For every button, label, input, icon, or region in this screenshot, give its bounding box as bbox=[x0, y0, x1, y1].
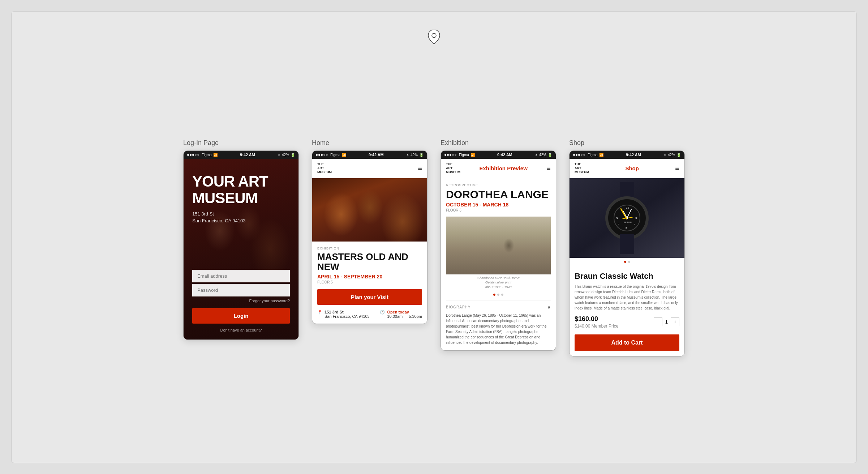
exhibition-screen-wrapper: Exhibition Figma 📶 bbox=[441, 139, 556, 351]
shop-status-time: 9:42 AM bbox=[626, 153, 641, 157]
shop-network: Figma bbox=[588, 153, 598, 157]
hours-value: 10:00am — 5:30pm bbox=[387, 314, 422, 319]
shop-image-dots bbox=[570, 261, 684, 263]
signal-dot-4 bbox=[195, 154, 197, 156]
home-wifi-icon: 📶 bbox=[342, 153, 346, 157]
login-form: Forgot your password? Login Don't have a… bbox=[192, 270, 290, 332]
quantity-increase-button[interactable]: + bbox=[671, 317, 679, 326]
product-price: $160.00 bbox=[575, 315, 618, 323]
email-input[interactable] bbox=[192, 270, 290, 282]
product-description: This Braun watch is a reissue of the ori… bbox=[575, 284, 679, 311]
carousel-dots bbox=[446, 294, 551, 296]
artist-dates: OCTOBER 15 - MARCH 18 bbox=[446, 202, 551, 208]
home-status-bar: Figma 📶 9:42 AM ✴ 42% 🔋 bbox=[312, 151, 427, 159]
exhibition-label: Exhibition bbox=[441, 139, 469, 147]
price-row: $160.00 $140.00 Member Price − 1 + bbox=[575, 315, 679, 333]
home-exhibit-floor: FLOOR 5 bbox=[317, 280, 422, 284]
watch-strap-bottom bbox=[620, 234, 634, 254]
exhib-status-time: 9:42 AM bbox=[497, 153, 512, 157]
artwork-caption: 'Abandoned Dust Bowl Home'Gelatin silver… bbox=[446, 276, 551, 290]
exhib-logo: THE ART MUSEUM bbox=[446, 162, 460, 174]
bio-label: BIOGRAPHY bbox=[446, 305, 470, 309]
login-form-area: YOUR ART MUSEUM 151 3rd St San Francisco… bbox=[184, 159, 298, 340]
exhib-menu-icon[interactable]: ≡ bbox=[546, 164, 551, 172]
home-hero-image bbox=[312, 178, 427, 242]
forgot-password-link[interactable]: Forgot your password? bbox=[192, 299, 290, 303]
login-label: Log-In Page bbox=[183, 139, 219, 147]
shop-body: Braun Classic Watch This Braun watch is … bbox=[570, 266, 684, 356]
signal-dot-1 bbox=[187, 154, 189, 156]
password-input[interactable] bbox=[192, 284, 290, 296]
home-exhibit-title: MASTERS OLD AND NEW bbox=[317, 252, 422, 272]
home-label: Home bbox=[312, 139, 329, 147]
svg-text:3: 3 bbox=[635, 217, 637, 220]
signal-dot-3 bbox=[192, 154, 194, 156]
dot-2 bbox=[497, 294, 499, 296]
exhib-network: Figma bbox=[459, 153, 469, 157]
watch-image: 12 3 6 9 11 1 5 7 bbox=[570, 178, 684, 258]
login-screen-wrapper: Log-In Page Figma 📶 bbox=[183, 139, 299, 340]
home-screen-wrapper: Home Figma 📶 9:42 bbox=[312, 139, 427, 324]
clock-icon: 🕐 bbox=[380, 310, 385, 315]
svg-text:9: 9 bbox=[616, 217, 618, 220]
visit-address-line1: 151 3rd St bbox=[325, 310, 370, 314]
shop-page-title: Shop bbox=[625, 165, 639, 171]
home-status-time: 9:42 AM bbox=[369, 153, 384, 157]
address-icon: 📍 bbox=[317, 310, 322, 315]
product-title: Braun Classic Watch bbox=[575, 272, 679, 281]
quantity-decrease-button[interactable]: − bbox=[654, 317, 662, 326]
artist-floor: FLOOR 3 bbox=[446, 208, 551, 212]
home-logo: THE ART MUSEUM bbox=[317, 162, 332, 174]
bio-expand-icon[interactable]: ∨ bbox=[547, 304, 551, 310]
login-button[interactable]: Login bbox=[192, 308, 290, 324]
home-exhibit-label: EXHIBITION bbox=[317, 247, 422, 250]
no-account-text: Don't have an account? bbox=[192, 328, 290, 332]
signal-dot-2 bbox=[190, 154, 192, 156]
hours-info: 🕐 Open today 10:00am — 5:30pm bbox=[380, 310, 422, 319]
dot-1 bbox=[493, 294, 495, 296]
screens-container: Log-In Page Figma 📶 bbox=[183, 118, 685, 356]
shop-label: Shop bbox=[569, 139, 584, 147]
visit-info: 📍 151 3rd St San Francisco, CA 94103 🕐 O… bbox=[317, 310, 422, 319]
plan-visit-button[interactable]: Plan your Visit bbox=[317, 289, 422, 305]
visit-address-line2: San Francisco, CA 94103 bbox=[325, 314, 370, 319]
exhib-status-bar: Figma 📶 9:42 AM ✴ 42% 🔋 bbox=[441, 151, 556, 159]
shop-logo: THE ART MUSEUM bbox=[575, 162, 589, 174]
museum-title: YOUR ART MUSEUM bbox=[192, 173, 290, 206]
retro-label: RETROSPECTIVE bbox=[446, 183, 551, 187]
login-status-bar: Figma 📶 9:42 AM ✴ 42% 🔋 bbox=[184, 151, 298, 159]
shop-screen-wrapper: Shop Figma 📶 9:42 bbox=[569, 139, 685, 356]
svg-text:11: 11 bbox=[622, 208, 625, 210]
login-top: YOUR ART MUSEUM 151 3rd St San Francisco… bbox=[192, 173, 290, 224]
artwork-image bbox=[446, 217, 551, 274]
quantity-controls: − 1 + bbox=[654, 317, 679, 326]
home-menu-icon[interactable]: ≡ bbox=[418, 164, 422, 172]
home-phone: Figma 📶 9:42 AM ✴ 42% 🔋 THE ART M bbox=[312, 150, 427, 324]
quantity-value: 1 bbox=[665, 319, 668, 325]
address-info: 📍 151 3rd St San Francisco, CA 94103 bbox=[317, 310, 370, 319]
biography-section: BIOGRAPHY ∨ Dorothea Lange (May 26, 1895… bbox=[446, 300, 551, 345]
shop-dot-2 bbox=[628, 261, 630, 263]
dot-3 bbox=[501, 294, 503, 296]
artwork-photo-bg bbox=[446, 217, 551, 274]
svg-text:12: 12 bbox=[626, 206, 629, 209]
login-content-area: YOUR ART MUSEUM 151 3rd St San Francisco… bbox=[184, 159, 298, 340]
wifi-icon: 📶 bbox=[213, 153, 218, 157]
login-phone: Figma 📶 9:42 AM ✴ 42% 🔋 bbox=[183, 150, 299, 340]
bio-header: BIOGRAPHY ∨ bbox=[446, 304, 551, 310]
bio-text: Dorothea Lange (May 26, 1895 - October 1… bbox=[446, 313, 551, 345]
network-label: Figma bbox=[202, 153, 212, 157]
artist-name: DOROTHEA LANGE bbox=[446, 188, 551, 200]
shop-menu-icon[interactable]: ≡ bbox=[675, 164, 679, 172]
shop-phone: Figma 📶 9:42 AM ✴ 42% 🔋 THE ART M bbox=[569, 150, 685, 356]
home-body: EXHIBITION MASTERS OLD AND NEW APRIL 15 … bbox=[312, 242, 427, 324]
shop-status-bar: Figma 📶 9:42 AM ✴ 42% 🔋 bbox=[570, 151, 684, 159]
add-to-cart-button[interactable]: Add to Cart bbox=[575, 334, 679, 351]
status-time: 9:42 AM bbox=[240, 153, 255, 157]
museum-address: 151 3rd St San Francisco, CA 94103 bbox=[192, 210, 290, 225]
shop-dot-1 bbox=[624, 261, 626, 263]
exhibition-phone: Figma 📶 9:42 AM ✴ 42% 🔋 THE ART M bbox=[441, 150, 556, 351]
hours-label: Open today bbox=[387, 310, 422, 314]
exhib-app-header: THE ART MUSEUM Exhibition Preview ≡ bbox=[441, 159, 556, 178]
watch-face: 12 3 6 9 11 1 5 7 bbox=[605, 196, 649, 240]
